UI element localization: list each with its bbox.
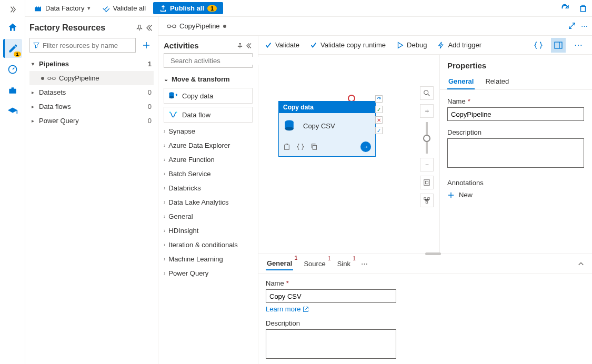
detail-collapse-button[interactable] <box>577 260 585 268</box>
detail-tab-source[interactable]: Source1 <box>303 258 326 270</box>
check-icon <box>265 42 272 49</box>
tab-more-button[interactable]: ⋯ <box>581 22 588 30</box>
required-asterisk: * <box>468 97 470 105</box>
detail-desc-input[interactable] <box>266 329 396 359</box>
svg-rect-2 <box>11 87 14 89</box>
collapse-panel-button[interactable] <box>146 24 154 32</box>
properties-tab-related[interactable]: Related <box>484 74 510 89</box>
properties-toggle-button[interactable] <box>551 38 566 53</box>
debug-button[interactable]: Debug <box>396 41 427 49</box>
collapse-activities-button[interactable] <box>246 43 253 49</box>
expand-tab-button[interactable] <box>568 22 576 30</box>
refresh-button[interactable] <box>560 4 570 13</box>
activity-category[interactable]: ›Databricks <box>158 181 258 195</box>
detail-name-input[interactable] <box>266 289 396 303</box>
data-factory-selector[interactable]: Data Factory ▾ <box>29 2 95 15</box>
home-icon <box>7 22 18 33</box>
nav-author[interactable]: 1 <box>3 39 22 58</box>
fit-screen-icon <box>423 179 430 186</box>
zoom-in-button[interactable]: ＋ <box>420 104 434 118</box>
add-annotation-button[interactable]: New <box>447 191 585 199</box>
node-pin-skip[interactable]: ✓ <box>375 127 383 134</box>
activity-category[interactable]: ›Batch Service <box>158 167 258 181</box>
tree-node-powerquery[interactable]: ▸ Power Query 0 <box>29 114 154 128</box>
publish-all-button[interactable]: Publish all 1 <box>153 2 223 14</box>
activity-category[interactable]: ›Azure Data Explorer <box>158 138 258 153</box>
check-all-icon <box>102 5 109 12</box>
search-icon <box>423 89 430 97</box>
canvas-node-copy-csv[interactable]: ✓ ✕ ✓ Copy data Copy CS <box>278 101 376 157</box>
validate-copy-runtime-button[interactable]: Validate copy runtime <box>310 41 386 49</box>
tree-node-pipelines[interactable]: ▾ Pipelines 1 <box>29 57 154 71</box>
expand-diagonal-icon <box>568 22 576 29</box>
zoom-out-button[interactable]: － <box>420 158 434 171</box>
publish-all-label: Publish all <box>170 4 204 12</box>
node-delete-button[interactable] <box>283 143 290 150</box>
node-output-handle[interactable]: → <box>360 141 371 152</box>
activity-copy-data[interactable]: Copy data <box>164 88 253 104</box>
zoom-slider[interactable] <box>426 122 428 154</box>
zoom-fit-button[interactable] <box>420 176 434 189</box>
tree-node-dataflows[interactable]: ▸ Data flows 0 <box>29 99 154 114</box>
copy-data-icon <box>168 91 178 100</box>
code-view-button[interactable] <box>531 38 546 53</box>
activity-category[interactable]: ›Power Query <box>158 266 258 280</box>
chevron-down-icon: ⌄ <box>164 76 168 83</box>
activity-category[interactable]: ›Machine Learning <box>158 252 258 266</box>
add-trigger-button[interactable]: Add trigger <box>437 41 481 49</box>
activity-category[interactable]: ›General <box>158 209 258 224</box>
node-code-button[interactable] <box>297 143 304 150</box>
activities-title: Activities <box>164 41 234 50</box>
zoom-slider-knob[interactable] <box>423 135 430 142</box>
node-clone-button[interactable] <box>310 143 318 150</box>
activity-category[interactable]: ›Iteration & conditionals <box>158 238 258 252</box>
activity-category[interactable]: ›HDInsight <box>158 224 258 238</box>
activity-category[interactable]: ›Synapse <box>158 124 258 138</box>
zoom-search-button[interactable] <box>420 86 434 100</box>
tree-node-datasets[interactable]: ▸ Datasets 0 <box>29 85 154 99</box>
activity-details-panel: General1 Source1 Sink1 ⋯ <box>258 254 592 364</box>
canvas-more-button[interactable]: ⋯ <box>571 38 586 53</box>
detail-tab-general[interactable]: General1 <box>266 257 293 270</box>
top-toolbar: Data Factory ▾ Validate all Publish all … <box>25 0 592 17</box>
nav-learn[interactable] <box>3 102 22 121</box>
pin-icon[interactable] <box>237 43 243 49</box>
prop-name-input[interactable] <box>447 107 584 121</box>
svg-rect-24 <box>426 201 428 204</box>
tree-node-copypipeline[interactable]: CopyPipeline <box>29 71 154 85</box>
pipeline-canvas[interactable]: ✓ ✕ ✓ Copy data Copy CS <box>258 55 439 254</box>
svg-rect-14 <box>555 42 562 48</box>
search-activities-input[interactable] <box>170 57 259 65</box>
filter-resources-input[interactable] <box>43 42 132 49</box>
validate-all-button[interactable]: Validate all <box>97 2 151 14</box>
tree-label: CopyPipeline <box>59 74 99 82</box>
activity-category[interactable]: ›Data Lake Analytics <box>158 195 258 209</box>
validate-button[interactable]: Validate <box>265 41 299 49</box>
learn-more-link[interactable]: Learn more <box>266 305 585 313</box>
gauge-icon <box>7 64 18 75</box>
activity-category[interactable]: ›Azure Function <box>158 153 258 167</box>
node-pin-refresh[interactable] <box>375 95 383 103</box>
discard-button[interactable] <box>578 4 588 13</box>
activity-data-flow[interactable]: Data flow <box>164 107 253 123</box>
zoom-autolayout-button[interactable] <box>420 194 434 207</box>
nav-home[interactable] <box>3 18 22 37</box>
detail-tab-sink[interactable]: Sink1 <box>336 258 352 270</box>
pin-icon[interactable] <box>136 24 143 32</box>
activities-section-move-transform[interactable]: ⌄ Move & transform <box>158 72 258 86</box>
properties-tab-general[interactable]: General <box>447 74 475 89</box>
node-pin-fail[interactable]: ✕ <box>375 116 383 124</box>
filter-resources-input-wrap[interactable] <box>29 38 136 53</box>
node-pin-success[interactable]: ✓ <box>375 106 383 113</box>
tab-copypipeline[interactable]: CopyPipeline <box>163 20 230 32</box>
svg-rect-21 <box>425 181 428 184</box>
detail-tabs-more[interactable]: ⋯ <box>361 260 368 268</box>
prop-desc-input[interactable] <box>447 138 584 168</box>
nav-monitor[interactable] <box>3 60 22 79</box>
nav-manage[interactable] <box>3 81 22 100</box>
add-resource-button[interactable] <box>139 38 154 53</box>
toolbox-icon <box>7 85 18 96</box>
expand-rail-button[interactable] <box>3 3 22 16</box>
search-activities-wrap[interactable] <box>164 53 253 68</box>
split-handle[interactable] <box>425 252 441 255</box>
